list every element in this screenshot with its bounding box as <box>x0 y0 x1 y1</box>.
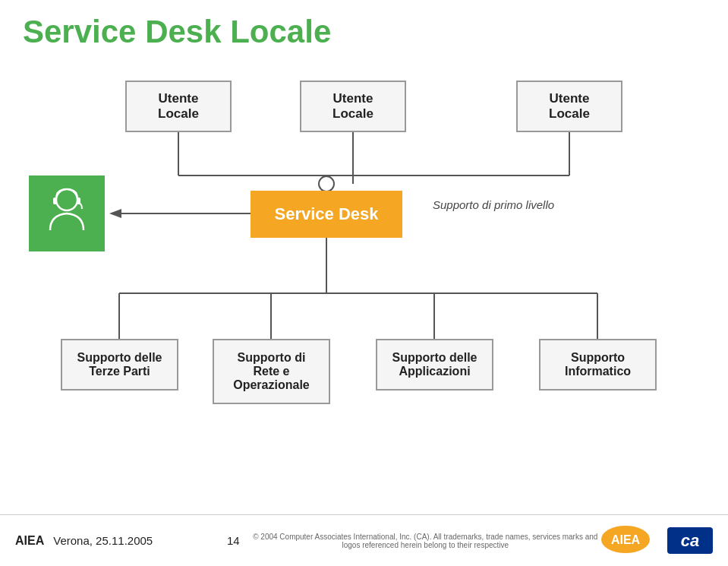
footer-page: 14 <box>227 534 240 547</box>
footer-org: AIEA <box>15 534 44 548</box>
footer: AIEA Verona, 25.11.2005 14 © 2004 Comput… <box>0 514 728 566</box>
supporto-rete-box: Supporto diRete eOperazionale <box>213 339 330 404</box>
supporto-terze-parti-box: Supporto delleTerze Parti <box>61 339 178 391</box>
svg-text:AIEA: AIEA <box>611 533 641 546</box>
footer-copyright: © 2004 Computer Associates International… <box>252 533 599 549</box>
utente-locale-box-3: Utente Locale <box>516 81 622 132</box>
supporto-informatico-box: SupportoInformatico <box>539 339 657 391</box>
person-svg <box>36 183 97 244</box>
utente-locale-box-1: Utente Locale <box>125 81 232 132</box>
diagram-area: Utente Locale Utente Locale Utente Local… <box>0 58 728 498</box>
page-title: Service Desk Locale <box>0 0 728 58</box>
footer-date: Verona, 25.11.2005 <box>53 534 227 547</box>
aiea-logo: AIEA <box>599 524 652 558</box>
utente-locale-box-2: Utente Locale <box>300 81 406 132</box>
supporto-applicazioni-box: Supporto delleApplicazioni <box>376 339 493 391</box>
supporto-primo-label: Supporto di primo livello <box>433 198 554 211</box>
person-icon <box>29 175 105 251</box>
ca-logo: ca <box>667 527 713 554</box>
svg-rect-14 <box>53 198 57 204</box>
circle-connector <box>318 175 335 192</box>
svg-point-13 <box>56 189 77 210</box>
service-desk-box: Service Desk <box>251 191 402 238</box>
